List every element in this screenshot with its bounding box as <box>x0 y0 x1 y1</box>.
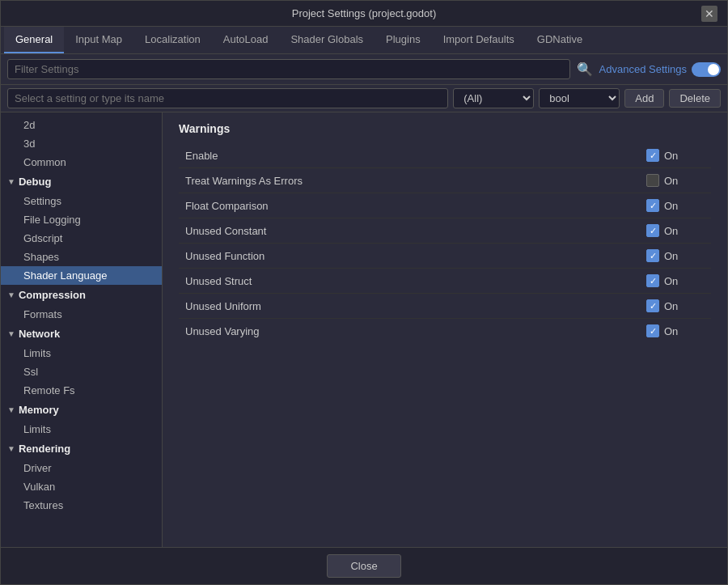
setting-label-enable: Enable <box>179 150 646 162</box>
network-arrow-icon: ▼ <box>7 329 15 338</box>
sidebar-group-rendering-label: Rendering <box>19 443 70 455</box>
setting-label-unused-struct: Unused Struct <box>179 275 646 287</box>
sidebar-item-driver[interactable]: Driver <box>1 459 162 477</box>
tab-localization[interactable]: Localization <box>133 27 212 53</box>
type-select[interactable]: bool <box>539 88 620 108</box>
tab-import-defaults[interactable]: Import Defaults <box>432 27 526 53</box>
checkbox-float-comparison[interactable] <box>646 199 659 212</box>
table-row: Float Comparison On <box>179 193 711 218</box>
advanced-settings-label: Advanced Settings <box>599 63 687 75</box>
sidebar-item-3d[interactable]: 3d <box>1 134 162 153</box>
add-button[interactable]: Add <box>624 89 664 108</box>
setting-value-unused-uniform: On <box>646 299 711 312</box>
tab-plugins[interactable]: Plugins <box>375 27 432 53</box>
table-row: Treat Warnings As Errors On <box>179 168 711 193</box>
rendering-arrow-icon: ▼ <box>7 444 15 453</box>
tab-bar: General Input Map Localization AutoLoad … <box>1 27 727 54</box>
title-bar: Project Settings (project.godot) ✕ <box>1 1 727 27</box>
sidebar-item-textures[interactable]: Textures <box>1 496 162 515</box>
delete-button[interactable]: Delete <box>669 89 721 108</box>
filter-bar: 🔍 Advanced Settings <box>1 54 727 85</box>
checkbox-unused-function[interactable] <box>646 249 659 262</box>
setting-label-unused-varying: Unused Varying <box>179 325 646 337</box>
sidebar-item-2d[interactable]: 2d <box>1 116 162 134</box>
setting-value-float-comparison: On <box>646 199 711 212</box>
sidebar-group-debug[interactable]: ▼ Debug <box>1 172 162 192</box>
sidebar-item-ssl[interactable]: Ssl <box>1 362 162 381</box>
advanced-settings-row[interactable]: Advanced Settings <box>599 62 721 77</box>
sidebar-group-compression[interactable]: ▼ Compression <box>1 285 162 305</box>
tab-input-map[interactable]: Input Map <box>64 27 133 53</box>
window-title: Project Settings (project.godot) <box>27 7 701 19</box>
on-label-enable: On <box>664 150 678 162</box>
content-area: Warnings Enable On Treat Warnings As Err… <box>163 112 727 547</box>
sidebar-item-shader-language[interactable]: Shader Language <box>1 266 162 285</box>
setting-value-unused-struct: On <box>646 274 711 287</box>
sidebar-item-formats[interactable]: Formats <box>1 305 162 324</box>
sidebar-item-settings[interactable]: Settings <box>1 192 162 210</box>
sidebar-group-memory[interactable]: ▼ Memory <box>1 400 162 420</box>
table-row: Unused Constant On <box>179 218 711 244</box>
table-row: Unused Varying On <box>179 319 711 343</box>
checkbox-treat-warnings[interactable] <box>646 174 659 187</box>
table-row: Unused Uniform On <box>179 294 711 319</box>
setting-name-input[interactable] <box>7 88 448 108</box>
sidebar-item-limits[interactable]: Limits <box>1 344 162 362</box>
project-settings-window: Project Settings (project.godot) ✕ Gener… <box>0 0 728 585</box>
sidebar-item-vulkan[interactable]: Vulkan <box>1 477 162 496</box>
tab-general[interactable]: General <box>4 27 64 53</box>
category-select[interactable]: (All) <box>453 88 534 108</box>
table-row: Enable On <box>179 143 711 168</box>
compression-arrow-icon: ▼ <box>7 290 15 299</box>
sidebar-group-network[interactable]: ▼ Network <box>1 324 162 344</box>
checkbox-unused-struct[interactable] <box>646 274 659 287</box>
setting-label-treat-warnings: Treat Warnings As Errors <box>179 175 646 187</box>
checkbox-enable[interactable] <box>646 149 659 162</box>
advanced-settings-toggle[interactable] <box>692 62 721 77</box>
checkbox-unused-varying[interactable] <box>646 324 659 337</box>
sidebar-item-file-logging[interactable]: File Logging <box>1 210 162 229</box>
on-label-unused-struct: On <box>664 275 678 287</box>
memory-arrow-icon: ▼ <box>7 405 15 414</box>
setting-value-unused-varying: On <box>646 324 711 337</box>
sidebar-group-network-label: Network <box>19 328 60 340</box>
on-label-unused-uniform: On <box>664 300 678 312</box>
tab-autoload[interactable]: AutoLoad <box>212 27 280 53</box>
sidebar-item-gdscript[interactable]: Gdscript <box>1 229 162 248</box>
setting-label-unused-constant: Unused Constant <box>179 225 646 237</box>
sidebar-item-shapes[interactable]: Shapes <box>1 248 162 266</box>
tab-gdnative[interactable]: GDNative <box>526 27 594 53</box>
setting-label-float-comparison: Float Comparison <box>179 200 646 212</box>
debug-arrow-icon: ▼ <box>7 177 15 186</box>
setting-value-treat-warnings: On <box>646 174 711 187</box>
close-footer-button[interactable]: Close <box>327 554 400 578</box>
checkbox-unused-uniform[interactable] <box>646 299 659 312</box>
sidebar-item-remote-fs[interactable]: Remote Fs <box>1 381 162 400</box>
search-icon-button[interactable]: 🔍 <box>577 61 593 77</box>
sidebar-item-memory-limits[interactable]: Limits <box>1 420 162 439</box>
sidebar-group-compression-label: Compression <box>19 289 86 301</box>
on-label-unused-varying: On <box>664 325 678 337</box>
sidebar: 2d 3d Common ▼ Debug Settings File Loggi… <box>1 112 163 547</box>
sidebar-item-common[interactable]: Common <box>1 153 162 172</box>
setting-label-unused-function: Unused Function <box>179 250 646 262</box>
main-content: 2d 3d Common ▼ Debug Settings File Loggi… <box>1 112 727 547</box>
setting-value-unused-constant: On <box>646 224 711 237</box>
filter-input[interactable] <box>7 59 570 79</box>
settings-table: Enable On Treat Warnings As Errors On <box>179 143 711 343</box>
tab-shader-globals[interactable]: Shader Globals <box>279 27 375 53</box>
window-close-button[interactable]: ✕ <box>701 6 717 22</box>
checkbox-unused-constant[interactable] <box>646 224 659 237</box>
table-row: Unused Struct On <box>179 269 711 294</box>
setting-value-enable: On <box>646 149 711 162</box>
sidebar-group-rendering[interactable]: ▼ Rendering <box>1 439 162 459</box>
on-label-treat-warnings: On <box>664 175 678 187</box>
on-label-float-comparison: On <box>664 200 678 212</box>
filter-second-row: (All) bool Add Delete <box>1 85 727 112</box>
footer: Close <box>1 547 727 584</box>
table-row: Unused Function On <box>179 244 711 269</box>
on-label-unused-function: On <box>664 250 678 262</box>
setting-value-unused-function: On <box>646 249 711 262</box>
section-title: Warnings <box>179 122 711 135</box>
on-label-unused-constant: On <box>664 225 678 237</box>
